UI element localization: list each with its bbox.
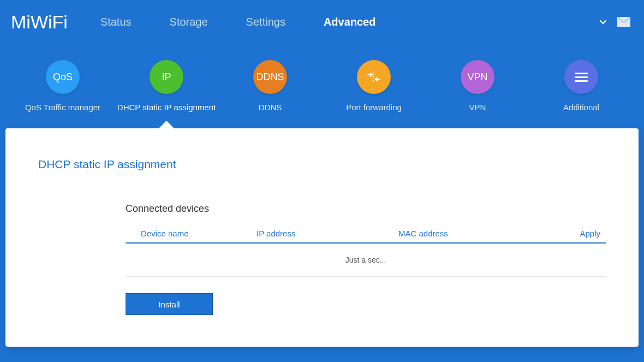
subnav-label-qos: QoS Traffic manager [25, 103, 100, 112]
subnav-ddns[interactable]: DDNS DDNS [218, 60, 322, 112]
port-forwarding-icon [357, 60, 391, 94]
col-apply[interactable]: Apply [540, 229, 606, 238]
subnav-label-vpn: VPN [469, 103, 486, 112]
col-mac-address[interactable]: MAC address [398, 229, 540, 238]
table-header: Device name IP address MAC address Apply [126, 224, 606, 244]
section-title: Connected devices [126, 203, 606, 215]
subnav-dhcp[interactable]: IP DHCP static IP assignment [115, 60, 218, 112]
nav-settings[interactable]: Settings [246, 16, 285, 28]
main-panel: DHCP static IP assignment Connected devi… [5, 128, 639, 347]
qos-icon: QoS [46, 60, 80, 94]
table-loading-row: Just a sec... [126, 244, 606, 277]
col-device-name[interactable]: Device name [126, 229, 257, 238]
subnav-port-forwarding[interactable]: Port forwarding [322, 60, 426, 112]
top-bar: MiWiFi Status Storage Settings Advanced [0, 0, 644, 44]
nav-status[interactable]: Status [100, 16, 132, 28]
panel-title: DHCP static IP assignment [38, 158, 606, 181]
subnav-label-dhcp: DHCP static IP assignment [117, 103, 216, 112]
main-nav: Status Storage Settings Advanced [100, 16, 599, 28]
ddns-icon: DDNS [253, 60, 287, 94]
chevron-down-icon[interactable] [599, 17, 607, 26]
mail-icon[interactable] [617, 17, 630, 27]
subnav-label-ddns: DDNS [259, 103, 282, 112]
subnav-label-additional: Additional [563, 103, 599, 112]
vpn-icon: VPN [461, 60, 494, 94]
subnav-additional[interactable]: Additional [529, 60, 633, 112]
subnav-qos[interactable]: QoS QoS Traffic manager [11, 60, 115, 112]
nav-storage[interactable]: Storage [170, 16, 208, 28]
connected-devices-section: Connected devices Device name IP address… [38, 181, 606, 315]
ip-icon: IP [150, 60, 183, 94]
hamburger-icon [564, 60, 598, 94]
install-button[interactable]: Install [126, 293, 213, 315]
subnav-vpn[interactable]: VPN VPN [426, 60, 529, 112]
subnav-label-port-forwarding: Port forwarding [346, 103, 402, 112]
col-ip-address[interactable]: IP address [257, 229, 398, 238]
subnav: QoS QoS Traffic manager IP DHCP static I… [0, 44, 644, 112]
top-actions [599, 17, 630, 27]
active-pointer-icon [159, 121, 174, 128]
nav-advanced[interactable]: Advanced [324, 16, 376, 28]
logo: MiWiFi [11, 11, 68, 33]
devices-table: Device name IP address MAC address Apply… [126, 224, 606, 277]
